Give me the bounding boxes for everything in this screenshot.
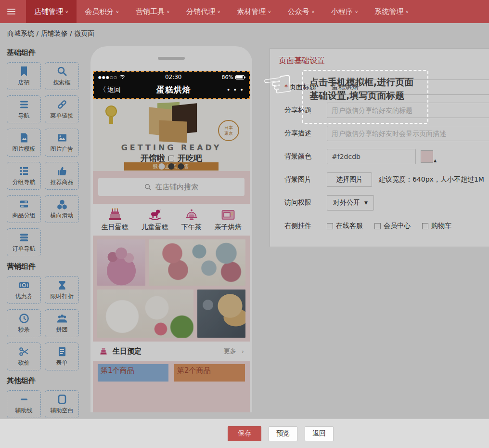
chevron-down-icon: ∨ [311, 10, 315, 14]
menu-lines-icon [18, 99, 30, 110]
people-group-icon [56, 313, 68, 324]
hero-banner-component[interactable]: 日本東京 GETTING READY 开馆啦开吃吧 熊抱正式开售 [93, 99, 250, 171]
field-bg-image: 背景图片 选择图片 建议宽度：640px，大小不超过1M [284, 171, 489, 188]
component-image-template[interactable]: 图片模板 [7, 129, 41, 157]
shop-search-bar[interactable]: 在店铺内搜索 [98, 178, 244, 196]
bg-image-hint: 建议宽度：640px，大小不超过1M [379, 175, 484, 184]
category-kids-cake[interactable]: 儿童蛋糕 [142, 208, 168, 232]
section-title-basic: 基础组件 [7, 48, 84, 57]
component-goods-group[interactable]: 商品分组 [7, 195, 41, 223]
cake-dome-icon [184, 208, 199, 222]
image-file-icon [18, 132, 30, 144]
bg-color-input[interactable] [327, 149, 416, 164]
hamburger-icon[interactable] [0, 0, 22, 23]
component-bargain[interactable]: 砍价 [7, 343, 41, 370]
search-placeholder: 在店铺内搜索 [155, 183, 198, 192]
category-family-baking[interactable]: 亲子烘焙 [215, 208, 242, 232]
return-button[interactable]: 返回 [305, 426, 334, 441]
product-list-component[interactable]: 第1个商品 第2个商品 [93, 361, 250, 385]
oven-icon [220, 208, 236, 222]
phone-mockup[interactable]: ●●●○○ 02:30 86% 〈返回 蛋糕烘焙 • • • 日本東京 [90, 46, 252, 412]
menu-item-marketing-tools[interactable]: 营销工具∨ [128, 0, 178, 23]
bottom-action-bar: 保存 预览 返回 [0, 419, 489, 448]
search-component[interactable]: 在店铺内搜索 [93, 171, 250, 203]
brand-logo-icon [168, 156, 174, 161]
component-menu-link[interactable]: 菜单链接 [45, 95, 79, 123]
thick-lines-icon [18, 232, 30, 243]
product-placeholder-1[interactable]: 第1个商品 [98, 364, 168, 382]
preview-button[interactable]: 预览 [269, 426, 297, 441]
required-asterisk: * [284, 83, 288, 91]
link-icon [56, 99, 68, 110]
component-form[interactable]: 表单 [45, 343, 79, 370]
caret-down-icon: ▼ [364, 200, 368, 205]
carousel-dots[interactable] [159, 163, 184, 170]
menu-item-shop-management[interactable]: 店铺管理∨ [26, 0, 77, 23]
component-group-nav[interactable]: 分组导航 [7, 162, 41, 190]
checkbox-online-service[interactable]: 在线客服 [327, 222, 363, 230]
more-dots-icon[interactable]: • • • [227, 86, 244, 93]
menu-item-system-management[interactable]: 系统管理∨ [366, 0, 417, 23]
component-divider-line[interactable]: 辅助线 [7, 390, 41, 418]
component-flash-sale[interactable]: 秒杀 [7, 309, 41, 337]
raisin-bread-photo [197, 290, 245, 338]
tour-tooltip-text: 点击手机模拟框,进行页面基础设置,填写页面标题 [309, 76, 421, 102]
phone-speaker [158, 57, 185, 60]
page-title: 蛋糕烘焙 [121, 84, 227, 95]
status-time: 02:30 [125, 74, 222, 80]
chevron-down-icon: ∨ [268, 10, 271, 14]
component-navigation[interactable]: 导航 [7, 95, 41, 123]
more-link[interactable]: 更多 [224, 347, 236, 356]
back-button[interactable]: 〈返回 [99, 85, 121, 95]
hero-headline: GETTING READY [93, 143, 250, 152]
component-horizontal-slide[interactable]: 横向滑动 [45, 195, 79, 223]
component-limited-discount[interactable]: 限时打折 [45, 276, 79, 304]
component-image-ad[interactable]: 图片广告 [45, 129, 79, 157]
chevron-down-icon: ∨ [217, 10, 220, 14]
image-grid-component[interactable] [93, 236, 250, 342]
menu-item-mini-program[interactable]: 小程序∨ [323, 0, 366, 23]
checkbox-icon [422, 223, 428, 229]
coupon-icon [18, 279, 30, 291]
menu-item-official-account[interactable]: 公众号∨ [280, 0, 323, 23]
selected-titlebar-component[interactable]: ●●●○○ 02:30 86% 〈返回 蛋糕烘焙 • • • [93, 71, 250, 99]
menu-item-material-management[interactable]: 素材管理∨ [229, 0, 279, 23]
hourglass-icon [56, 279, 68, 291]
save-button[interactable]: 保存 [228, 426, 261, 441]
share-desc-input[interactable] [327, 126, 489, 141]
checkbox-icon [374, 223, 381, 229]
checkbox-cart[interactable]: 购物车 [422, 222, 451, 230]
pink-fairy-cake-photo [97, 239, 145, 286]
access-select[interactable]: 对外公开 ▼ [327, 195, 374, 211]
color-swatch[interactable] [421, 150, 433, 163]
menu-item-distribution[interactable]: 分销代理∨ [178, 0, 229, 23]
checkbox-member-center[interactable]: 会员中心 [374, 222, 411, 230]
component-blank-space[interactable]: 辅助空白 [45, 390, 79, 418]
chevron-down-icon: ∨ [405, 10, 409, 14]
product-placeholder-2[interactable]: 第2个商品 [174, 364, 245, 382]
component-group-buy[interactable]: 拼团 [45, 309, 79, 337]
menu-item-member-points[interactable]: 会员积分∨ [77, 0, 127, 23]
category-nav-component[interactable]: 生日蛋糕 儿童蛋糕 下午茶 亲子烘焙 [93, 204, 250, 236]
category-birthday-cake[interactable]: 生日蛋糕 [102, 208, 129, 232]
component-recommend-goods[interactable]: 推荐商品 [45, 162, 79, 190]
choose-image-button[interactable]: 选择图片 [327, 172, 372, 187]
birthday-order-section[interactable]: 生日预定 更多 › [93, 342, 250, 361]
section-title-marketing: 营销组件 [7, 262, 84, 271]
chevron-left-icon: 〈 [99, 85, 106, 95]
search-icon [144, 184, 152, 191]
scissors-icon [18, 346, 30, 357]
panel-title: 页面基础设置 [270, 49, 489, 72]
field-access: 访问权限 对外公开 ▼ [284, 195, 489, 211]
category-afternoon-tea[interactable]: 下午茶 [181, 208, 202, 232]
basic-components-grid: 店招 搜索框 导航 菜单链接 图片模板 图片广告 [7, 62, 84, 256]
checkbox-icon [327, 223, 333, 229]
component-search-box[interactable]: 搜索框 [45, 62, 79, 90]
signal-dots-icon: ●●●○○ [98, 75, 117, 79]
content-area: 商城系统 / 店铺装修 / 微页面 基础组件 店招 搜索框 导航 菜单链接 [0, 23, 489, 419]
component-shop-sign[interactable]: 店招 [7, 62, 41, 90]
component-order-nav[interactable]: 订单导航 [7, 228, 41, 256]
bookmark-icon [18, 66, 30, 77]
component-coupon[interactable]: 优惠券 [7, 276, 41, 304]
phone-screen: ●●●○○ 02:30 86% 〈返回 蛋糕烘焙 • • • 日本東京 [93, 71, 250, 412]
